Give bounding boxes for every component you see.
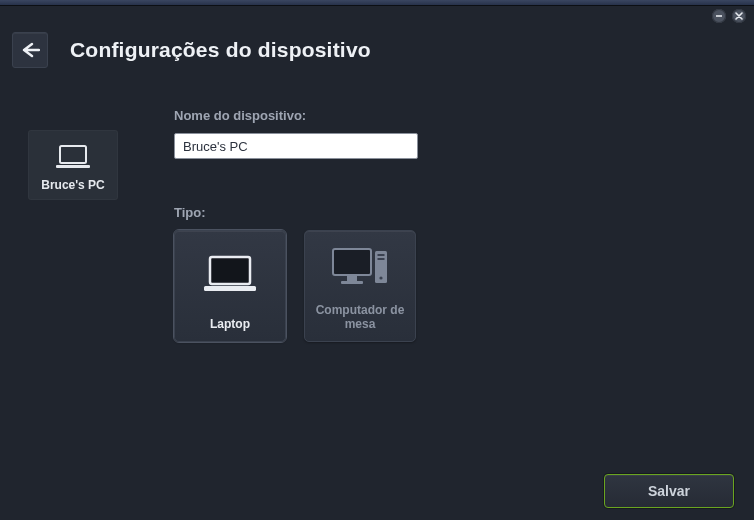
device-type-label: Tipo: — [174, 205, 734, 220]
desktop-icon — [327, 245, 393, 291]
laptop-icon — [52, 144, 94, 172]
main-panel: Nome do dispositivo: Tipo: Laptop — [134, 108, 734, 448]
minimize-button[interactable] — [712, 9, 726, 23]
save-button-label: Salvar — [648, 483, 690, 499]
svg-rect-4 — [204, 286, 256, 291]
svg-rect-3 — [210, 257, 250, 284]
svg-rect-1 — [60, 146, 86, 163]
device-type-laptop[interactable]: Laptop — [174, 230, 286, 342]
sidebar-device-label: Bruce's PC — [41, 178, 105, 192]
svg-rect-2 — [56, 165, 90, 168]
svg-rect-10 — [378, 258, 385, 260]
svg-point-11 — [379, 276, 382, 279]
back-button[interactable] — [12, 32, 48, 68]
laptop-icon — [198, 253, 262, 297]
header: Configurações do dispositivo — [0, 6, 754, 78]
device-type-desktop[interactable]: Computador de mesa — [304, 230, 416, 342]
device-type-options: Laptop Computador — [174, 230, 734, 342]
window-controls — [712, 9, 746, 23]
device-type-desktop-label: Computador de mesa — [311, 303, 409, 331]
sidebar: Bruce's PC — [28, 108, 134, 448]
svg-rect-6 — [347, 275, 357, 281]
page-title: Configurações do dispositivo — [70, 38, 371, 62]
svg-rect-5 — [333, 249, 371, 275]
device-name-input[interactable] — [174, 133, 418, 159]
svg-rect-7 — [341, 281, 363, 284]
arrow-left-icon — [20, 42, 40, 58]
save-button[interactable]: Salvar — [604, 474, 734, 508]
device-type-laptop-label: Laptop — [210, 317, 250, 331]
close-button[interactable] — [732, 9, 746, 23]
footer: Salvar — [0, 462, 754, 520]
svg-rect-0 — [716, 15, 722, 17]
device-name-label: Nome do dispositivo: — [174, 108, 734, 123]
svg-rect-9 — [378, 254, 385, 256]
sidebar-device-card[interactable]: Bruce's PC — [28, 130, 118, 200]
content: Bruce's PC Nome do dispositivo: Tipo: La… — [0, 78, 754, 448]
